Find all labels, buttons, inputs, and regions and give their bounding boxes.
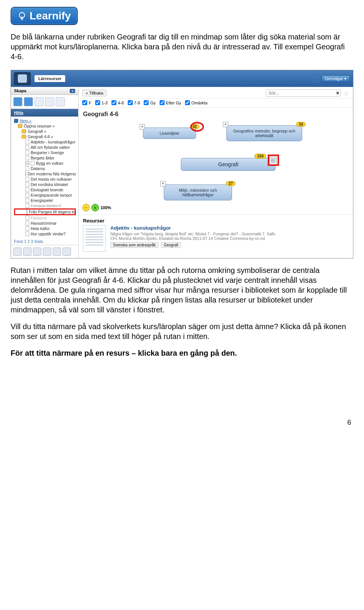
filter-checkbox[interactable]: 4-6	[111, 100, 124, 105]
tree-item[interactable]: Havsströmmar	[14, 221, 76, 226]
edit-icon[interactable]	[13, 247, 22, 256]
chevron-left-icon[interactable]: «	[70, 89, 75, 93]
trash-icon[interactable]	[63, 247, 71, 256]
main-panel: « Tillbaka ✖ F 1-3 4-6 7-9 Gy Efter Gy	[78, 87, 353, 258]
search-input[interactable]	[266, 90, 334, 96]
page-icon	[25, 172, 26, 176]
folder-icon	[22, 129, 26, 133]
clear-search-icon[interactable]: ✖	[334, 91, 340, 96]
tree-item[interactable]: Allt om flytande vatten	[14, 145, 76, 150]
resources-heading: Resurser	[78, 215, 353, 225]
filter-checkbox[interactable]: Omärkta	[185, 100, 207, 105]
count-badge[interactable]: 34	[296, 122, 306, 127]
zoom-percent: 100%	[100, 205, 111, 210]
back-button[interactable]: « Tillbaka	[82, 90, 107, 96]
resource-tag[interactable]: Geografi	[161, 242, 181, 248]
body-paragraph-4: För att titta närmare på en resurs – kli…	[11, 348, 353, 358]
move-icon[interactable]	[33, 247, 41, 256]
shortcuts-button[interactable]: Genvägar ▾	[322, 75, 350, 82]
tree-item[interactable]: Bergarter i Sverige	[14, 150, 76, 155]
page-icon	[25, 150, 29, 155]
tree-item[interactable]: +Bygg en vulkan	[14, 161, 76, 166]
plus-icon[interactable]: +	[25, 161, 29, 165]
tree-item[interactable]: Den moderna Nils Holgerss	[14, 171, 76, 177]
tree-item[interactable]: Färdarna	[14, 215, 76, 221]
resource-title[interactable]: Adjektiv - kunskapsfrågor	[110, 225, 348, 231]
filter-row: F 1-3 4-6 7-9 Gy Efter Gy Omärkta	[78, 99, 353, 108]
tool-icon-5[interactable]	[56, 97, 65, 106]
plus-icon[interactable]: +	[160, 181, 166, 186]
resource-tag[interactable]: Svenska som andraspråk	[110, 242, 158, 248]
app-avatar-icon	[14, 72, 31, 85]
highlight-square-icon	[268, 154, 279, 166]
count-badge[interactable]: 27	[226, 181, 235, 186]
tree-open-resources[interactable]: Öppna resurser »	[14, 123, 76, 129]
tree-item[interactable]: Hur uppstår vindar?	[14, 231, 76, 236]
tree-geografi[interactable]: Geografi »	[14, 129, 76, 134]
tree-item[interactable]: Adjektiv - kunskapsfrågor	[14, 139, 76, 145]
mindmap-canvas[interactable]: + Livsmiljöer 42 + Geografins metoder, b…	[78, 120, 353, 215]
new-folder-icon[interactable]	[24, 97, 33, 106]
highlight-circle-icon	[190, 122, 204, 132]
sidebar: Skapa « Hitta Hem » Öppna resurser » Geo…	[11, 87, 78, 258]
tree-item[interactable]: Energispelet	[14, 198, 76, 203]
tree-item[interactable]: Heta källor	[14, 226, 76, 231]
body-paragraph-3: Vill du titta närmare på vad skolverkets…	[11, 322, 353, 341]
resource-item[interactable]: Adjektiv - kunskapsfrågor Några frågor o…	[78, 225, 353, 256]
mindmap-node-metoder[interactable]: + Geografins metoder, begrepp och arbets…	[226, 125, 302, 141]
page-icon	[25, 198, 29, 203]
plus-icon[interactable]: +	[140, 124, 145, 129]
filter-checkbox[interactable]: Efter Gy	[160, 100, 181, 105]
resource-thumbnail-icon	[83, 225, 106, 252]
tree-item[interactable]: Ekologiskt boende	[14, 187, 76, 192]
page-icon	[25, 226, 29, 231]
page-icon	[25, 140, 29, 144]
tree-item[interactable]: Europas länder 2	[14, 203, 76, 208]
tool-icon-3[interactable]	[35, 97, 44, 106]
count-badge[interactable]: 104	[254, 154, 266, 159]
sidebar-skapa-header[interactable]: Skapa «	[11, 87, 78, 95]
help-icon[interactable]: ?	[311, 74, 319, 83]
tree-geografi46[interactable]: Geografi 4-6 »	[14, 134, 76, 139]
pager[interactable]: Först 1 2 3 Sista	[11, 238, 78, 245]
resource-description: Några frågor om "högsta berg, längsta fl…	[110, 232, 348, 236]
mindmap-node-miljo[interactable]: + Miljö, människor och hållbarhetsfrågor…	[164, 184, 232, 200]
resource-meta: CFL Monica Mohlin-Sjödin, Elisabet da Ro…	[110, 236, 348, 241]
drag-handle-icon[interactable]	[344, 91, 349, 95]
sidebar-bottom-toolbar	[11, 245, 78, 258]
home-icon	[14, 119, 18, 123]
sidebar-hitta-header[interactable]: Hitta	[11, 109, 78, 117]
page-icon	[25, 177, 29, 181]
titlebar-tab[interactable]: Lärresurser	[35, 75, 65, 82]
copy-icon[interactable]	[23, 247, 31, 256]
lightbulb-icon	[17, 11, 27, 20]
page-icon	[31, 161, 35, 166]
mindmap-node-center[interactable]: Geografi 104	[181, 158, 276, 171]
tree-item[interactable]: Energisparande lampor	[14, 192, 76, 198]
new-page-icon[interactable]	[13, 97, 22, 106]
filter-checkbox[interactable]: 1-3	[95, 100, 108, 105]
zoom-in-button[interactable]: +	[91, 204, 99, 211]
tree-home[interactable]: Hem »	[14, 118, 76, 123]
print-icon[interactable]	[53, 247, 61, 256]
page-icon	[25, 221, 29, 225]
filter-checkbox[interactable]: F	[82, 100, 91, 105]
page-icon	[25, 232, 29, 236]
tree-item[interactable]: Det nordiska klimatet	[14, 182, 76, 187]
zoom-controls: − + 100%	[82, 204, 111, 211]
filter-checkbox[interactable]: Gy	[144, 100, 155, 105]
sidebar-tree: Hem » Öppna resurser » Geografi » Geogra…	[11, 117, 78, 238]
mindmap-node-liv[interactable]: + Livsmiljöer 42	[143, 128, 196, 139]
app-screenshot: Lärresurser ? Genvägar ▾ Skapa «	[11, 70, 353, 259]
tree-item[interactable]: Dalarna	[14, 166, 76, 171]
tree-item[interactable]: Det mesta om vulkaner	[14, 177, 76, 182]
search-box[interactable]: ✖	[266, 89, 341, 97]
share-icon[interactable]	[43, 247, 51, 256]
skapa-label: Skapa	[14, 88, 26, 93]
filter-checkbox[interactable]: 7-9	[128, 100, 140, 105]
tool-icon-4[interactable]	[45, 97, 54, 106]
plus-icon[interactable]: +	[223, 122, 228, 127]
tree-item[interactable]: Bergets ålder	[14, 155, 76, 161]
tree-item-highlighted[interactable]: Från Pangea till dagens kon	[14, 208, 76, 215]
zoom-out-button[interactable]: −	[82, 204, 90, 211]
